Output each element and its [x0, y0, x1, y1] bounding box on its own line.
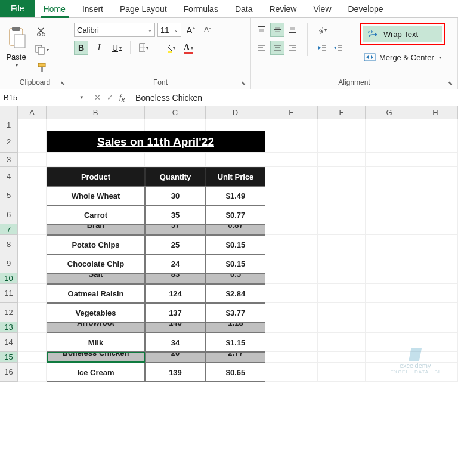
- table-cell-price[interactable]: $2.84: [206, 284, 265, 303]
- table-cell-product[interactable]: Whole Wheat: [47, 186, 145, 205]
- table-cell-product[interactable]: Potato Chips: [47, 235, 145, 254]
- tab-home[interactable]: Home: [35, 1, 74, 17]
- align-center-button[interactable]: [270, 41, 284, 55]
- alignment-launcher[interactable]: ⬊: [447, 79, 454, 86]
- align-middle-button[interactable]: [270, 23, 284, 37]
- table-cell-qty[interactable]: 25: [145, 235, 206, 254]
- tab-developer[interactable]: Develope: [340, 1, 392, 17]
- table-cell-qty[interactable]: 30: [145, 186, 206, 205]
- table-cell-product[interactable]: Bran: [47, 224, 145, 235]
- table-cell-price[interactable]: $0.15: [206, 235, 265, 254]
- col-A[interactable]: A: [18, 106, 47, 119]
- header-quantity[interactable]: Quantity: [145, 167, 206, 186]
- row-header[interactable]: 14: [0, 333, 18, 352]
- table-cell-product[interactable]: Salt: [47, 273, 145, 284]
- row-header[interactable]: 12: [0, 303, 18, 322]
- col-F[interactable]: F: [318, 106, 366, 119]
- col-G[interactable]: G: [366, 106, 413, 119]
- col-E[interactable]: E: [265, 106, 318, 119]
- name-box[interactable]: B15▼: [0, 89, 88, 106]
- table-cell-product[interactable]: Carrot: [47, 205, 145, 224]
- table-cell-price[interactable]: $0.15: [206, 254, 265, 273]
- table-cell-price[interactable]: $3.77: [206, 303, 265, 322]
- enter-formula-icon[interactable]: ✓: [107, 93, 113, 102]
- header-unitprice[interactable]: Unit Price: [206, 167, 265, 186]
- tab-data[interactable]: Data: [227, 1, 261, 17]
- table-cell-qty[interactable]: 146: [145, 322, 206, 333]
- table-cell-price[interactable]: 0.5: [206, 273, 265, 284]
- italic-button[interactable]: I: [92, 41, 106, 55]
- cut-button[interactable]: [32, 24, 51, 39]
- row-header[interactable]: 7: [0, 224, 18, 235]
- select-all-corner[interactable]: [0, 106, 18, 119]
- align-bottom-button[interactable]: [286, 23, 300, 37]
- table-cell-qty[interactable]: 124: [145, 284, 206, 303]
- row-header[interactable]: 15: [0, 352, 18, 363]
- table-cell-price[interactable]: 1.18: [206, 322, 265, 333]
- table-cell-qty[interactable]: 137: [145, 303, 206, 322]
- row-header[interactable]: 5: [0, 186, 18, 205]
- wrap-text-button[interactable]: ab Wrap Text: [363, 26, 442, 42]
- tab-formulas[interactable]: Formulas: [175, 1, 227, 17]
- table-cell-product[interactable]: Vegetables: [47, 303, 145, 322]
- row-header[interactable]: 1: [0, 119, 18, 131]
- decrease-indent-button[interactable]: [315, 41, 329, 55]
- table-cell-qty[interactable]: 83: [145, 273, 206, 284]
- table-cell-product[interactable]: Chocolate Chip: [47, 254, 145, 273]
- increase-indent-button[interactable]: [330, 41, 345, 55]
- borders-button[interactable]: ▾: [137, 41, 151, 55]
- row-header[interactable]: 8: [0, 235, 18, 254]
- decrease-font-button[interactable]: A˅: [200, 23, 215, 37]
- table-cell-price[interactable]: $0.77: [206, 205, 265, 224]
- table-cell-price[interactable]: 0.87: [206, 224, 265, 235]
- table-cell-product[interactable]: Ice Cream: [47, 363, 145, 382]
- align-right-button[interactable]: [286, 41, 300, 55]
- bold-button[interactable]: B: [74, 41, 88, 55]
- cancel-formula-icon[interactable]: ✕: [94, 93, 101, 102]
- font-size-select[interactable]: 11⌄: [157, 23, 181, 37]
- underline-button[interactable]: U▾: [110, 41, 124, 55]
- table-cell-qty[interactable]: 57: [145, 224, 206, 235]
- fx-icon[interactable]: fx: [119, 92, 125, 103]
- table-cell-product[interactable]: Boneless Chicken: [47, 352, 145, 363]
- tab-file[interactable]: File: [0, 0, 35, 17]
- header-product[interactable]: Product: [47, 167, 145, 186]
- row-header[interactable]: 10: [0, 273, 18, 284]
- table-cell-product[interactable]: Oatmeal Raisin: [47, 284, 145, 303]
- table-cell-qty[interactable]: 34: [145, 333, 206, 352]
- font-name-select[interactable]: Calibri⌄: [74, 23, 155, 37]
- table-cell-price[interactable]: 2.77: [206, 352, 265, 363]
- orientation-button[interactable]: ab▾: [315, 23, 329, 37]
- tab-page-layout[interactable]: Page Layout: [112, 1, 175, 17]
- tab-review[interactable]: Review: [261, 1, 305, 17]
- table-cell-product[interactable]: Milk: [47, 333, 145, 352]
- row-header[interactable]: 13: [0, 322, 18, 333]
- paste-dropdown[interactable]: ▾: [16, 63, 18, 68]
- clipboard-launcher[interactable]: ⬊: [59, 79, 66, 86]
- row-header[interactable]: 6: [0, 205, 18, 224]
- tab-insert[interactable]: Insert: [74, 1, 112, 17]
- table-cell-product[interactable]: Arrowroot: [47, 322, 145, 333]
- row-header[interactable]: 16: [0, 363, 18, 382]
- row-header[interactable]: 4: [0, 167, 18, 186]
- col-C[interactable]: C: [145, 106, 206, 119]
- align-top-button[interactable]: [255, 23, 269, 37]
- col-B[interactable]: B: [47, 106, 145, 119]
- table-cell-qty[interactable]: 20: [145, 352, 206, 363]
- table-cell-qty[interactable]: 35: [145, 205, 206, 224]
- row-header[interactable]: 2: [0, 131, 18, 153]
- table-cell-price[interactable]: $0.65: [206, 363, 265, 382]
- formula-bar[interactable]: Boneless Chicken: [131, 93, 458, 103]
- copy-button[interactable]: ▾: [32, 42, 51, 57]
- align-left-button[interactable]: [255, 41, 269, 55]
- format-painter-button[interactable]: [32, 60, 51, 75]
- col-D[interactable]: D: [206, 106, 265, 119]
- row-header[interactable]: 11: [0, 284, 18, 303]
- paste-button[interactable]: [4, 23, 29, 51]
- font-color-button[interactable]: A▾: [181, 41, 196, 55]
- table-cell-price[interactable]: $1.49: [206, 186, 265, 205]
- row-header[interactable]: 3: [0, 153, 18, 167]
- font-launcher[interactable]: ⬊: [240, 79, 247, 86]
- fill-color-button[interactable]: ▾: [163, 41, 178, 55]
- col-H[interactable]: H: [413, 106, 458, 119]
